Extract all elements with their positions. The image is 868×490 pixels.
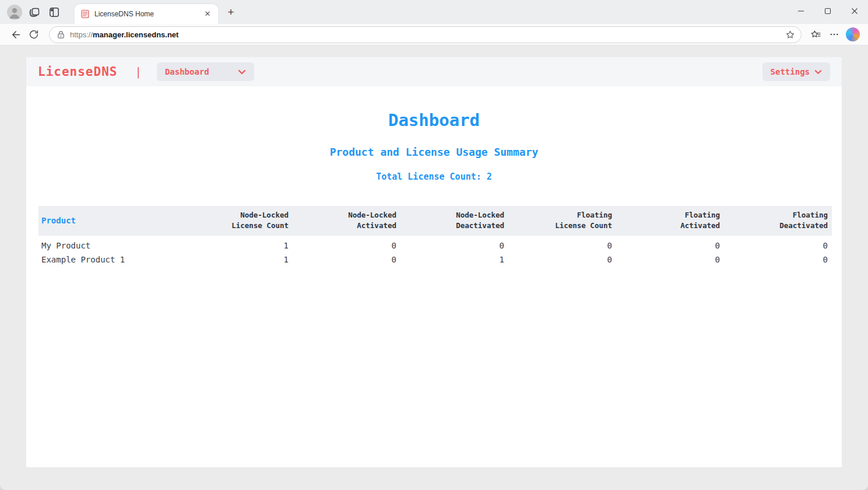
column-header: FloatingDeactivated: [724, 206, 832, 236]
table-header-row: Product Node-LockedLicense Count Node-Lo…: [38, 206, 832, 236]
value-cell: 0: [508, 251, 616, 267]
column-header: Node-LockedDeactivated: [400, 206, 508, 236]
window-minimize-button[interactable]: [788, 0, 814, 22]
value-cell: 0: [293, 251, 400, 267]
app-header: LicenseDNS | Dashboard Settings: [26, 57, 842, 86]
column-header: FloatingActivated: [616, 206, 724, 236]
product-name-cell: Example Product 1: [38, 251, 185, 267]
window-close-button[interactable]: [841, 0, 868, 22]
split-screen-icon[interactable]: [44, 2, 64, 22]
table-row[interactable]: My Product 1 0 0 0 0 0: [38, 236, 832, 251]
total-license-count: Total License Count: 2: [26, 172, 842, 182]
favorites-hub-icon[interactable]: [806, 26, 825, 43]
lock-icon[interactable]: [57, 30, 65, 39]
chevron-down-icon: [814, 69, 822, 75]
page-background: LicenseDNS | Dashboard Settings Dashboar…: [0, 46, 868, 490]
column-header: FloatingLicense Count: [508, 206, 616, 236]
value-cell: 0: [400, 236, 508, 251]
value-cell: 0: [724, 236, 832, 251]
workspaces-icon[interactable]: [24, 2, 44, 22]
value-cell: 1: [185, 236, 293, 251]
browser-toolbar: https://manager.licensedns.net: [0, 24, 868, 46]
value-cell: 0: [724, 251, 832, 267]
value-cell: 1: [400, 251, 508, 267]
settings-label: Settings: [771, 67, 810, 76]
value-cell: 0: [616, 251, 724, 267]
profile-button[interactable]: [5, 2, 24, 22]
url-scheme: https://: [70, 30, 93, 39]
window-controls: [788, 0, 868, 24]
browser-window: LicenseDNS Home ✕ +: [0, 0, 868, 490]
new-tab-button[interactable]: +: [223, 4, 239, 20]
favorite-star-icon[interactable]: [785, 30, 795, 40]
chevron-down-icon: [238, 69, 246, 75]
profile-avatar-icon: [7, 5, 22, 20]
value-cell: 1: [185, 251, 293, 267]
copilot-icon: [846, 27, 860, 41]
logo-divider: |: [135, 65, 141, 78]
column-header: Node-LockedLicense Count: [185, 206, 293, 236]
tab-licensedns-home[interactable]: LicenseDNS Home ✕: [75, 4, 218, 24]
address-bar[interactable]: https://manager.licensedns.net: [49, 26, 802, 43]
url-text[interactable]: https://manager.licensedns.net: [70, 30, 785, 39]
page-title: Dashboard: [26, 110, 842, 130]
column-header-product[interactable]: Product: [38, 206, 185, 236]
nav-dropdown-label: Dashboard: [165, 67, 209, 76]
tab-close-icon[interactable]: ✕: [202, 8, 213, 20]
product-name-cell: My Product: [38, 236, 185, 251]
column-header: Node-LockedActivated: [293, 206, 400, 236]
window-maximize-button[interactable]: [814, 0, 841, 22]
table-row[interactable]: Example Product 1 1 0 1 0 0 0: [38, 251, 832, 267]
page-subtitle: Product and License Usage Summary: [26, 146, 842, 158]
tab-favicon-icon: [80, 9, 90, 19]
refresh-button[interactable]: [24, 26, 43, 43]
value-cell: 0: [616, 236, 724, 251]
tab-strip: LicenseDNS Home ✕ +: [0, 0, 868, 24]
app-logo: LicenseDNS: [38, 65, 117, 79]
app-card: LicenseDNS | Dashboard Settings Dashboar…: [26, 57, 842, 467]
tab-title: LicenseDNS Home: [94, 10, 202, 18]
dashboard-content: Dashboard Product and License Usage Summ…: [26, 86, 842, 182]
url-domain: manager.licensedns.net: [93, 30, 178, 39]
settings-dropdown-button[interactable]: Settings: [762, 62, 830, 81]
copilot-button[interactable]: [844, 26, 862, 43]
value-cell: 0: [293, 236, 400, 251]
license-usage-table: Product Node-LockedLicense Count Node-Lo…: [38, 206, 832, 267]
more-menu-icon[interactable]: [825, 26, 844, 43]
value-cell: 0: [508, 236, 616, 251]
nav-dropdown-dashboard[interactable]: Dashboard: [157, 62, 254, 81]
back-button[interactable]: [6, 26, 24, 43]
